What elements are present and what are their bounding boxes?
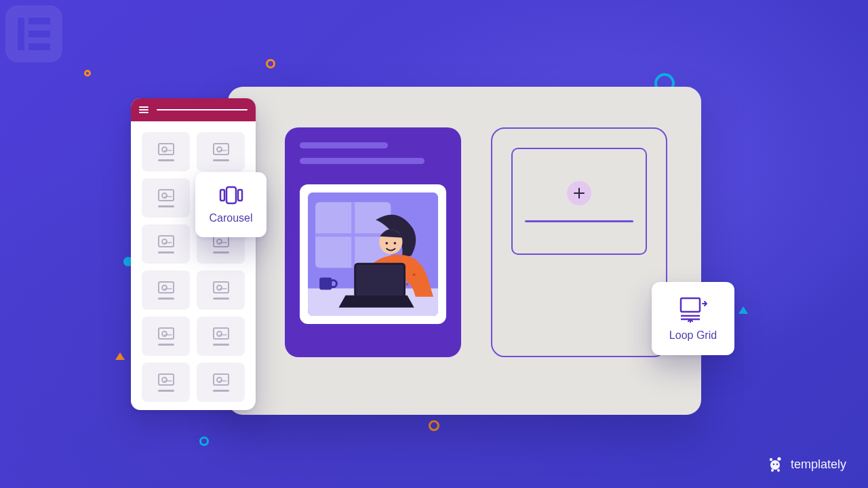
loop-item-dropzone[interactable] (511, 148, 647, 255)
widget-item[interactable] (142, 132, 190, 171)
placeholder-line-icon (300, 142, 388, 148)
add-element-button[interactable] (567, 181, 591, 205)
placeholder-line-icon (158, 344, 174, 346)
widget-item[interactable] (197, 317, 245, 356)
placeholder-line-icon (213, 390, 229, 392)
svg-point-37 (776, 464, 778, 466)
widget-item[interactable] (197, 363, 245, 402)
svg-rect-1 (18, 18, 24, 50)
svg-point-35 (777, 469, 780, 472)
panel-header (131, 98, 256, 121)
svg-rect-28 (238, 190, 242, 201)
illustration-person-laptop-icon (308, 192, 438, 316)
widget-item[interactable] (142, 270, 190, 310)
image-placeholder-icon (158, 189, 174, 201)
decor-circle-orange-icon (84, 70, 91, 77)
decor-circle-cyan-icon (199, 436, 209, 446)
hamburger-menu-icon[interactable] (139, 106, 149, 113)
image-placeholder-icon (213, 143, 229, 155)
svg-point-32 (770, 458, 772, 461)
placeholder-line-icon (158, 390, 174, 392)
svg-point-13 (385, 242, 388, 245)
plus-icon (573, 187, 585, 199)
widget-item[interactable] (142, 317, 190, 356)
image-placeholder-icon (213, 373, 229, 386)
carousel-preview-card (285, 127, 461, 357)
carousel-icon (219, 185, 243, 205)
widget-chip-loop-grid[interactable]: Loop Grid (652, 282, 734, 355)
svg-rect-26 (226, 187, 236, 203)
image-placeholder-icon (158, 143, 174, 155)
image-placeholder-icon (213, 327, 229, 340)
loop-grid-icon (677, 296, 709, 323)
svg-point-18 (413, 273, 416, 276)
svg-rect-3 (28, 30, 50, 37)
svg-point-36 (773, 464, 775, 466)
widget-item[interactable] (142, 224, 190, 264)
widget-item[interactable] (197, 132, 245, 171)
widget-chip-label: Loop Grid (669, 329, 717, 342)
decor-circle-orange-icon (429, 420, 439, 431)
templately-logo-icon (766, 455, 784, 473)
placeholder-line-icon (213, 344, 229, 346)
placeholder-line-icon (213, 298, 229, 300)
svg-point-34 (771, 469, 774, 472)
svg-rect-4 (28, 43, 50, 50)
brand-footer: templately (766, 455, 846, 473)
decor-triangle-orange-icon (115, 352, 125, 360)
svg-rect-29 (681, 298, 700, 312)
placeholder-line-icon (158, 251, 174, 253)
widget-chip-label: Carousel (209, 212, 252, 224)
placeholder-line-icon (158, 205, 174, 207)
brand-name: templately (791, 458, 846, 472)
svg-rect-27 (220, 190, 224, 201)
placeholder-line-icon (213, 159, 229, 161)
widget-chip-carousel[interactable]: Carousel (195, 172, 267, 237)
panel-title-placeholder-icon (157, 109, 248, 110)
svg-point-33 (777, 457, 781, 460)
elementor-widgets-panel (131, 98, 256, 410)
decor-triangle-cyan-icon (738, 306, 748, 314)
image-placeholder-icon (158, 235, 174, 247)
image-placeholder-icon (158, 327, 174, 340)
image-placeholder-icon (158, 373, 174, 386)
decor-circle-orange-icon (266, 59, 275, 68)
widget-item[interactable] (142, 363, 190, 402)
placeholder-line-icon (213, 251, 229, 253)
svg-point-19 (406, 283, 409, 285)
image-placeholder-icon (158, 281, 174, 293)
image-placeholder-icon (213, 281, 229, 293)
placeholder-line-icon (525, 220, 633, 222)
placeholder-line-icon (158, 159, 174, 161)
widget-item[interactable] (197, 270, 245, 310)
svg-rect-22 (355, 264, 405, 297)
widget-grid (131, 121, 256, 410)
carousel-slide[interactable] (300, 184, 446, 324)
placeholder-line-icon (300, 158, 425, 164)
placeholder-line-icon (158, 298, 174, 300)
loop-grid-preview-card (491, 127, 667, 357)
elementor-corner-logo (0, 0, 68, 70)
svg-point-14 (394, 242, 397, 245)
svg-rect-2 (28, 18, 50, 24)
widget-item[interactable] (142, 178, 190, 218)
